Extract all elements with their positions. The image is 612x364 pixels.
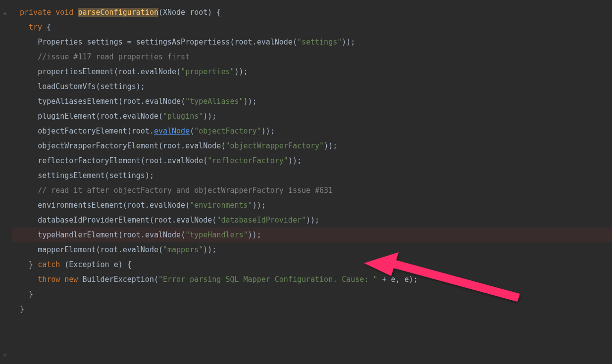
code-line[interactable]: } catch (Exception e) { [20,257,612,272]
method-call: settingsAsPropertiess [136,38,230,46]
string-literal: "typeAliases" [185,97,243,106]
string-literal: "objectWrapperFactory" [225,141,324,150]
code-line[interactable]: //issue #117 read properties first [20,49,612,64]
string-literal: "reflectorFactory" [207,156,288,165]
code-line[interactable]: mapperElement(root.evalNode("mappers")); [20,242,612,257]
string-literal: "objectFactory" [194,127,261,136]
method-call: settingsElement [38,171,104,180]
code-line[interactable]: pluginElement(root.evalNode("plugins")); [20,109,612,124]
code-editor[interactable]: ⊖ ⊖ private void parseConfiguration(XNod… [0,0,612,321]
keyword-throw: throw [38,275,60,284]
code-line[interactable]: environmentsElement(root.evalNode("envir… [20,198,612,213]
code-line[interactable]: Properties settings = settingsAsProperti… [20,35,612,49]
string-literal: "environments" [190,201,252,210]
method-call: objectWrapperFactoryElement [38,141,158,150]
method-name: parseConfiguration [78,8,158,17]
code-line[interactable]: reflectorFactoryElement(root.evalNode("r… [20,153,612,168]
fold-marker-bottom[interactable]: ⊖ [3,350,6,360]
exception-var: e [114,260,118,269]
code-line[interactable]: objectFactoryElement(root.evalNode("obje… [20,124,612,138]
code-line[interactable]: propertiesElement(root.evalNode("propert… [20,64,612,79]
string-literal: "settings" [297,38,342,46]
keyword-try: try [29,23,42,32]
method-call: environmentsElement [38,201,123,210]
comment: // read it after objectFactory and objec… [38,186,333,195]
evalNode-call: evalNode [257,38,293,46]
gutter: ⊖ ⊖ [0,0,12,321]
string-literal: "properties" [181,67,234,76]
code-line-highlighted[interactable]: typeHandlerElement(root.evalNode("typeHa… [0,228,612,242]
string-literal: "databaseIdProvider" [216,216,306,225]
type: Properties [38,38,82,46]
code-line[interactable]: private void parseConfiguration(XNode ro… [20,5,612,20]
code-content[interactable]: private void parseConfiguration(XNode ro… [10,5,612,317]
keyword-new: new [64,275,78,284]
code-line[interactable]: // read it after objectFactory and objec… [20,183,612,198]
method-call: typeAliasesElement [38,97,118,106]
code-line[interactable]: } [20,287,612,302]
string-literal: "typeHandlers" [185,230,248,239]
method-call: databaseIdProviderElement [38,216,150,225]
linked-evalNode[interactable]: evalNode [154,127,190,136]
code-line[interactable]: try { [20,20,612,35]
code-line[interactable]: } [20,302,612,317]
exception-ctor: BuilderException [82,275,154,284]
code-line[interactable]: throw new BuilderException("Error parsin… [20,272,612,287]
fold-marker-top[interactable]: ⊖ [3,9,6,19]
method-call: loadCustomVfs [38,82,96,91]
arg: settings [101,82,136,91]
method-call: objectFactoryElement [38,127,127,136]
comment: //issue #117 read properties first [38,52,190,61]
method-call: mapperElement [38,245,96,254]
arg: settings [109,171,145,180]
param-type: XNode [163,8,185,17]
code-line[interactable]: loadCustomVfs(settings); [20,79,612,94]
string-literal: "Error parsing SQL Mapper Configuration.… [158,275,378,284]
concat-args: + e, e); [377,275,417,284]
keyword-catch: catch [38,260,60,269]
root-ref: root. [235,38,257,46]
var-name: settings [87,38,122,46]
string-literal: "plugins" [163,112,203,121]
keyword-modifiers: private void [20,8,73,17]
method-call: reflectorFactoryElement [38,156,141,165]
code-line[interactable]: typeAliasesElement(root.evalNode("typeAl… [20,94,612,109]
method-call: propertiesElement [38,67,114,76]
string-literal: "mappers" [163,245,203,254]
code-line[interactable]: objectWrapperFactoryElement(root.evalNod… [20,138,612,153]
method-call: pluginElement [38,112,96,121]
method-call: typeHandlerElement [38,230,118,239]
exception-type: Exception [69,260,109,269]
param-name: root [190,8,207,17]
code-line[interactable]: databaseIdProviderElement(root.evalNode(… [20,213,612,228]
code-line[interactable]: settingsElement(settings); [20,168,612,183]
